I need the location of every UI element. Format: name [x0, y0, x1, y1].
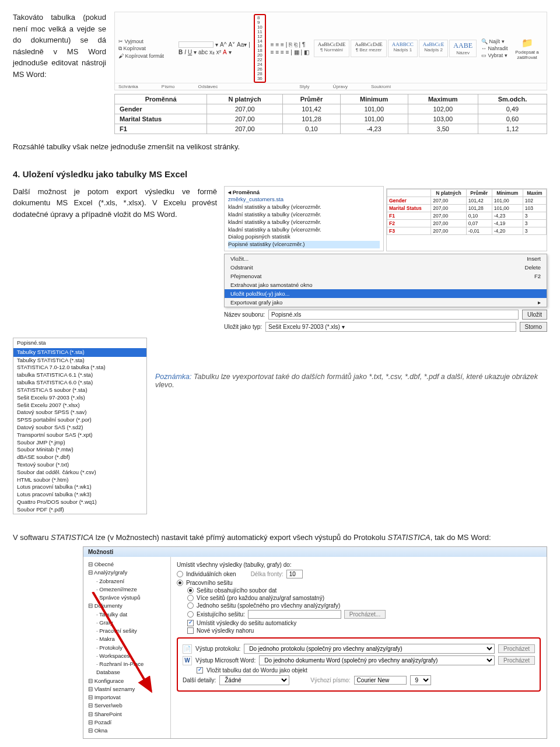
- report-icon: 📄: [183, 644, 192, 654]
- queue-len-input[interactable]: [286, 570, 303, 578]
- save-button[interactable]: Uložit: [522, 310, 547, 320]
- find-label[interactable]: Najít: [489, 38, 500, 44]
- copy-label[interactable]: Kopírovat: [124, 45, 146, 51]
- browse2-button[interactable]: Procházet: [498, 644, 535, 653]
- select-label[interactable]: Vybrat: [488, 52, 503, 58]
- browse3-button[interactable]: Procházet: [498, 656, 535, 665]
- save-type-label: Uložit jako typ:: [224, 324, 262, 330]
- context-menu[interactable]: Vložit...Insert OdstranitDelete Přejmeno…: [224, 254, 547, 307]
- word-icon: W: [183, 656, 192, 665]
- word-ribbon: ✂ Vyjmout ⧉ Kopírovat 🖌 Kopírovat formát…: [114, 12, 547, 90]
- protocol-output-highlight: 📄 Výstup protokolu: Do jednoho protokolu…: [177, 637, 541, 692]
- s4-text: Další možnost je potom export výsledku v…: [13, 186, 217, 220]
- heading-4: 4. Uložení výsledku jako tabulky MS Exce…: [13, 169, 547, 179]
- save-type-field[interactable]: Sešit Excelu 97-2003 (*.xls) ▾: [265, 322, 516, 332]
- intro-text2: Rozsáhlé tabulky však nelze jednoduše zm…: [13, 141, 547, 153]
- word-output-select[interactable]: Do jednoho dokumentu Word (společný pro …: [259, 655, 495, 665]
- stats-table: ProměnnáN platnýchPrůměrMinimumMaximumSm…: [114, 94, 547, 134]
- fontsize-select[interactable]: 9: [410, 675, 431, 685]
- font-size-highlight: 89101112141618202224262836: [254, 14, 266, 83]
- sign-icon[interactable]: 📁: [513, 37, 542, 48]
- replace-label[interactable]: Nahradit: [488, 45, 508, 51]
- p5: V softwaru STATISTICA lze (v Možnostech)…: [13, 532, 547, 543]
- statistica-workbook-fig: ◂ Proměnná změrky_customers.sta kladní s…: [224, 186, 547, 332]
- details-select[interactable]: Žádné: [219, 675, 289, 685]
- save-name-label: Název souboru:: [224, 311, 265, 318]
- save-name-field[interactable]: Popisné.xls: [268, 310, 519, 320]
- note-text: Poznámka: Tabulku lze vyexportovat také …: [155, 338, 547, 389]
- cancel-button[interactable]: Storno: [520, 322, 547, 332]
- intro-text: Takováto tabulka (pokud není moc velká a…: [13, 12, 106, 80]
- filetype-dropdown[interactable]: Popisné.sta Tabulky STATISTICA (*.sta) T…: [13, 338, 147, 514]
- options-tree[interactable]: ⊟ Obecné⊟ Analýzy/grafy· Zobrazení· Omez…: [83, 557, 171, 738]
- existing-wb-input[interactable]: [248, 610, 341, 619]
- protocol-output-select[interactable]: Do jednoho protokolu (společný pro všech…: [244, 644, 495, 654]
- options-dialog: Možnosti ⊟ Obecné⊟ Analýzy/grafy· Zobraz…: [83, 546, 547, 739]
- fmt-label[interactable]: Kopírovat formát: [125, 53, 164, 59]
- browse-button[interactable]: Procházet...: [344, 610, 386, 619]
- cut-label[interactable]: Vyjmout: [125, 38, 144, 44]
- style-gallery[interactable]: AaBbCcDdE¶ Normální AaBbCcDdE¶ Bez mezer…: [314, 40, 477, 57]
- font-input[interactable]: [354, 676, 407, 685]
